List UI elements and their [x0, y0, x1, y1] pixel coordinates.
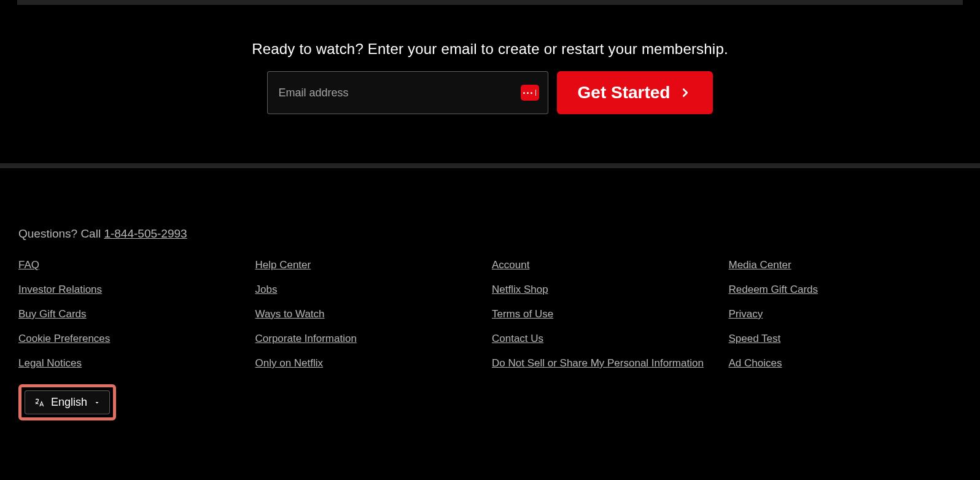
footer-link[interactable]: Investor Relations — [18, 284, 102, 296]
footer-link[interactable]: Contact Us — [492, 333, 543, 345]
footer-link[interactable]: Redeem Gift Cards — [729, 284, 819, 296]
footer-link[interactable]: Privacy — [729, 308, 763, 320]
footer-link[interactable]: Media Center — [729, 259, 791, 271]
questions-line: Questions? Call 1-844-505-2993 — [18, 227, 962, 241]
footer-link[interactable]: Ad Choices — [729, 357, 782, 370]
footer-link[interactable]: Corporate Information — [255, 333, 357, 345]
footer-link[interactable]: Speed Test — [729, 333, 781, 345]
cta-heading: Ready to watch? Enter your email to crea… — [0, 41, 980, 58]
chevron-right-icon — [679, 86, 692, 99]
language-selected-label: English — [51, 396, 87, 409]
footer-links-grid: FAQ Help Center Account Media Center Inv… — [18, 259, 958, 370]
get-started-label: Get Started — [578, 83, 671, 103]
questions-phone-link[interactable]: 1-844-505-2993 — [104, 227, 187, 240]
footer-link[interactable]: Do Not Sell or Share My Personal Informa… — [492, 357, 704, 370]
footer-link[interactable]: Buy Gift Cards — [18, 308, 87, 320]
email-form: Get Started — [267, 71, 714, 114]
footer-link[interactable]: Legal Notices — [18, 357, 82, 370]
email-input-container — [267, 71, 548, 114]
language-selector-highlight: English — [18, 384, 116, 420]
footer-link[interactable]: Terms of Use — [492, 308, 553, 320]
footer-link[interactable]: Cookie Preferences — [18, 333, 110, 345]
footer: Questions? Call 1-844-505-2993 FAQ Help … — [0, 168, 980, 457]
language-icon — [34, 397, 45, 408]
password-manager-icon[interactable] — [521, 85, 539, 101]
footer-link[interactable]: FAQ — [18, 259, 39, 271]
language-selector[interactable]: English — [25, 390, 110, 414]
questions-prefix: Questions? Call — [18, 227, 104, 240]
section-divider — [0, 163, 980, 168]
footer-link[interactable]: Account — [492, 259, 529, 271]
get-started-button[interactable]: Get Started — [557, 71, 714, 114]
footer-link[interactable]: Ways to Watch — [255, 308, 325, 320]
footer-link[interactable]: Jobs — [255, 284, 278, 296]
email-input[interactable] — [268, 72, 548, 114]
caret-down-icon — [93, 399, 101, 406]
cta-section: Ready to watch? Enter your email to crea… — [0, 5, 980, 163]
footer-link[interactable]: Netflix Shop — [492, 284, 548, 296]
footer-link[interactable]: Help Center — [255, 259, 311, 271]
footer-link[interactable]: Only on Netflix — [255, 357, 324, 370]
top-divider — [17, 0, 963, 5]
